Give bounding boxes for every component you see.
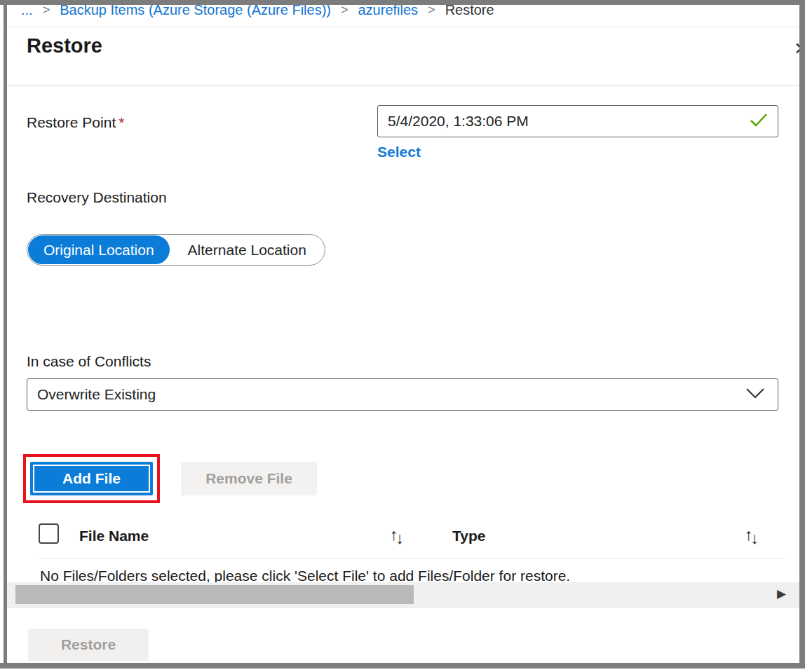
window-frame-top [0, 0, 805, 5]
column-header-type[interactable]: Type [452, 528, 485, 544]
divider [7, 607, 799, 608]
conflicts-dropdown[interactable]: Overwrite Existing [27, 378, 778, 411]
remove-file-button[interactable]: Remove File [181, 462, 317, 495]
sort-icon-file-name[interactable]: ↑↓ [390, 526, 402, 544]
chevron-down-icon [745, 388, 765, 402]
valid-checkmark-icon [750, 112, 768, 130]
blade-content: ... > Backup Items (Azure Storage (Azure… [7, 5, 799, 663]
add-file-highlight-box: Add File [23, 454, 160, 503]
breadcrumb-current: Restore [445, 5, 494, 18]
close-icon[interactable]: ✕ [794, 39, 799, 59]
toggle-original-location-label: Original Location [43, 242, 154, 259]
breadcrumb-separator: > [341, 5, 349, 18]
restore-point-input[interactable]: 5/4/2020, 1:33:06 PM [377, 105, 778, 137]
breadcrumb-separator: > [428, 5, 435, 18]
divider [7, 27, 799, 27]
required-asterisk: * [119, 114, 124, 130]
sort-down-arrow: ↓ [751, 529, 757, 548]
sort-icon-type[interactable]: ↑↓ [745, 526, 757, 544]
breadcrumb-ellipsis[interactable]: ... [21, 5, 33, 18]
divider [7, 85, 799, 86]
horizontal-scrollbar[interactable]: ◀ ▶ [7, 582, 799, 607]
window-frame-right [799, 5, 805, 668]
breadcrumb-backup-items[interactable]: Backup Items (Azure Storage (Azure Files… [60, 5, 331, 18]
sort-up-arrow: ↑ [745, 526, 751, 544]
column-header-file-name[interactable]: File Name [79, 528, 149, 544]
table-header-divider [39, 558, 785, 559]
recovery-destination-label: Recovery Destination [27, 189, 167, 206]
toggle-original-location[interactable]: Original Location [28, 235, 170, 264]
select-all-checkbox[interactable] [39, 523, 59, 544]
restore-submit-button[interactable]: Restore [28, 629, 149, 661]
conflicts-label: In case of Conflicts [27, 353, 151, 370]
sort-down-arrow: ↓ [396, 529, 402, 548]
restore-blade: ... > Backup Items (Azure Storage (Azure… [0, 0, 805, 672]
breadcrumb-azurefiles[interactable]: azurefiles [358, 5, 419, 18]
page-title: Restore [27, 34, 102, 57]
toggle-alternate-location[interactable]: Alternate Location [170, 242, 325, 259]
conflicts-selected-value: Overwrite Existing [37, 386, 745, 403]
scroll-right-arrow-icon[interactable]: ▶ [777, 587, 786, 601]
restore-point-label: Restore Point* [27, 114, 124, 131]
restore-point-label-text: Restore Point [27, 114, 116, 130]
sort-up-arrow: ↑ [390, 526, 396, 544]
restore-point-value: 5/4/2020, 1:33:06 PM [388, 113, 750, 130]
breadcrumb: ... > Backup Items (Azure Storage (Azure… [7, 5, 799, 27]
select-restore-point-link[interactable]: Select [377, 144, 421, 160]
add-file-button[interactable]: Add File [30, 462, 153, 495]
toggle-alternate-location-label: Alternate Location [188, 242, 306, 259]
window-frame-bottom [0, 663, 805, 668]
recovery-destination-toggle: Original Location Alternate Location [27, 234, 325, 266]
scrollbar-thumb[interactable] [15, 585, 414, 604]
breadcrumb-separator: > [43, 5, 50, 18]
